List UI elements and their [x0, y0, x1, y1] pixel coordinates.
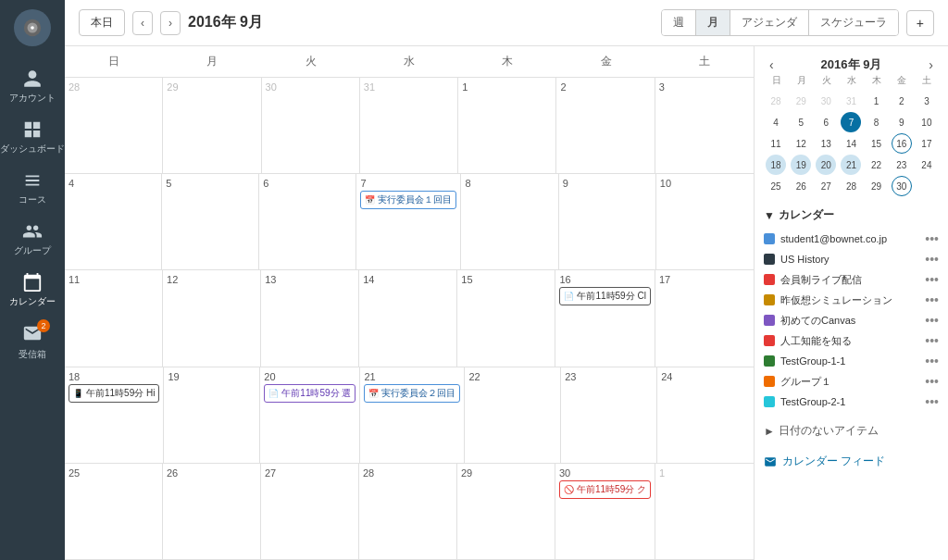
cal-list-item[interactable]: US History •••: [764, 249, 939, 269]
mini-day[interactable]: 28: [841, 176, 861, 196]
cal-cell[interactable]: 25: [65, 464, 163, 559]
mini-day[interactable]: 31: [841, 91, 861, 111]
mini-day[interactable]: 24: [917, 155, 937, 175]
mini-day[interactable]: 6: [816, 112, 836, 132]
mini-day[interactable]: 12: [791, 133, 811, 154]
cal-cell[interactable]: 29: [163, 78, 261, 173]
cal-cell[interactable]: 1: [655, 464, 754, 559]
calendar-event[interactable]: 📄 午前11時59分 Cl: [559, 287, 650, 305]
mini-day[interactable]: 26: [791, 176, 811, 196]
mini-day[interactable]: 8: [867, 112, 887, 132]
cal-cell[interactable]: 14: [359, 270, 457, 366]
cal-cell[interactable]: 28: [65, 78, 163, 173]
next-button[interactable]: ›: [160, 11, 181, 35]
calendars-section-header[interactable]: ▼ カレンダー: [764, 207, 939, 223]
cal-item-menu[interactable]: •••: [925, 354, 939, 368]
calendar-event[interactable]: 📱 午前11時59分 Hi: [69, 384, 159, 403]
sidebar-item-account[interactable]: アカウント: [0, 61, 65, 112]
cal-cell[interactable]: 11: [65, 270, 163, 366]
cal-cell[interactable]: 27: [261, 464, 359, 559]
mini-day[interactable]: 13: [816, 133, 836, 154]
mini-day[interactable]: 9: [892, 112, 912, 132]
cal-list-item[interactable]: 昨仮想シミュレーション •••: [764, 290, 939, 310]
sidebar-item-calendar[interactable]: カレンダー: [0, 265, 65, 316]
prev-button[interactable]: ‹: [132, 11, 153, 35]
mini-day[interactable]: 5: [791, 112, 811, 132]
cal-list-item[interactable]: 人工知能を知る •••: [764, 330, 939, 351]
cal-cell[interactable]: 6: [259, 174, 356, 269]
cal-cell[interactable]: 5: [162, 174, 259, 269]
mini-day[interactable]: 29: [867, 176, 887, 196]
cal-list-item[interactable]: グループ１ •••: [764, 371, 939, 392]
mini-day[interactable]: 20: [816, 155, 836, 175]
calendar-event[interactable]: 📅 実行委員会２回目: [364, 384, 460, 403]
mini-day[interactable]: 14: [841, 133, 861, 154]
cal-item-menu[interactable]: •••: [925, 374, 939, 389]
cal-cell[interactable]: 9: [559, 174, 656, 269]
cal-cell[interactable]: 26: [163, 464, 261, 559]
mini-day-today[interactable]: 7: [841, 112, 861, 132]
sidebar-item-dashboard[interactable]: ダッシュボード: [0, 112, 65, 163]
today-button[interactable]: 本日: [79, 9, 125, 36]
mini-day[interactable]: 30: [892, 176, 912, 196]
cal-item-menu[interactable]: •••: [925, 272, 939, 287]
cal-cell[interactable]: 16 📄 午前11時59分 Cl: [555, 270, 655, 366]
mini-day[interactable]: 4: [766, 112, 786, 132]
mini-day[interactable]: 15: [867, 133, 887, 154]
cal-cell[interactable]: 3: [655, 78, 754, 173]
mini-day[interactable]: 30: [816, 91, 836, 111]
mini-next-button[interactable]: ›: [923, 56, 939, 74]
calendar-event[interactable]: 📄 午前11時59分 選: [264, 384, 356, 403]
sidebar-item-groups[interactable]: グループ: [0, 214, 65, 265]
cal-cell[interactable]: 30 🚫 午前11時59分 ク: [555, 464, 655, 559]
cal-cell[interactable]: 1: [458, 78, 556, 173]
mini-day[interactable]: 1: [867, 91, 887, 111]
cal-cell[interactable]: 17: [655, 270, 754, 366]
cal-cell[interactable]: 18 📱 午前11時59分 Hi: [65, 367, 164, 463]
cal-item-menu[interactable]: •••: [925, 313, 939, 328]
mini-day[interactable]: 22: [867, 155, 887, 175]
mini-day[interactable]: 11: [766, 133, 786, 154]
cal-cell[interactable]: 4: [65, 174, 162, 269]
cal-cell[interactable]: 20 📄 午前11時59分 選: [260, 367, 360, 463]
cal-cell[interactable]: 23: [561, 367, 657, 463]
cal-list-item[interactable]: 会員制ライブ配信 •••: [764, 269, 939, 290]
cal-cell[interactable]: 31: [360, 78, 458, 173]
calendar-event[interactable]: 📅 実行委員会１回目: [360, 191, 456, 209]
cal-item-menu[interactable]: •••: [925, 333, 939, 348]
cal-cell[interactable]: 8: [461, 174, 558, 269]
cal-item-menu[interactable]: •••: [925, 252, 939, 267]
cal-cell[interactable]: 2: [556, 78, 655, 173]
mini-day[interactable]: 19: [791, 155, 811, 175]
cal-item-menu[interactable]: •••: [925, 231, 939, 246]
cal-cell[interactable]: 30: [262, 78, 360, 173]
mini-day[interactable]: 2: [892, 91, 912, 111]
cal-list-item[interactable]: TestGroup-2-1 •••: [764, 392, 939, 412]
mini-day[interactable]: 27: [816, 176, 836, 196]
sidebar-item-courses[interactable]: コース: [0, 163, 65, 214]
cal-list-item[interactable]: TestGroup-1-1 •••: [764, 351, 939, 371]
cal-cell[interactable]: 24: [657, 367, 754, 463]
cal-list-item[interactable]: student1@bownet.co.jp •••: [764, 229, 939, 249]
mini-day[interactable]: 10: [917, 112, 937, 132]
mini-day[interactable]: 29: [791, 91, 811, 111]
mini-day[interactable]: 23: [892, 155, 912, 175]
cal-cell[interactable]: 15: [457, 270, 555, 366]
tab-agenda[interactable]: アジェンダ: [730, 10, 809, 35]
cal-item-menu[interactable]: •••: [925, 292, 939, 307]
mini-day[interactable]: 18: [766, 155, 786, 175]
cal-cell[interactable]: 10: [656, 174, 754, 269]
mini-day[interactable]: 3: [917, 91, 937, 111]
mini-day[interactable]: 21: [841, 155, 861, 175]
cal-cell[interactable]: 7 📅 実行委員会１回目: [356, 174, 461, 269]
calendar-event[interactable]: 🚫 午前11時59分 ク: [559, 480, 651, 499]
cal-cell[interactable]: 21 📅 実行委員会２回目: [360, 367, 465, 463]
no-date-section[interactable]: ► 日付のないアイテム: [764, 423, 939, 439]
calendar-feed-button[interactable]: カレンダー フィード: [764, 450, 939, 473]
add-event-button[interactable]: +: [906, 10, 934, 36]
tab-scheduler[interactable]: スケジューラ: [809, 10, 898, 35]
cal-list-item[interactable]: 初めてのCanvas •••: [764, 310, 939, 330]
cal-cell[interactable]: 13: [261, 270, 359, 366]
mini-prev-button[interactable]: ‹: [764, 56, 780, 74]
tab-week[interactable]: 週: [662, 10, 696, 35]
